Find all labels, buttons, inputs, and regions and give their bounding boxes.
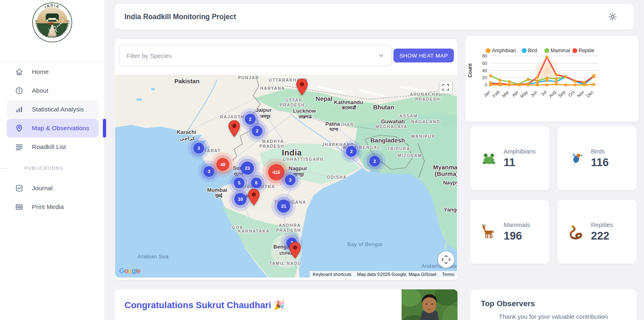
map-label: Lucknow [293, 108, 316, 114]
map-cluster-marker[interactable]: 6 [251, 178, 262, 188]
stat-label: Birds [591, 148, 609, 155]
sun-icon[interactable] [608, 12, 617, 22]
map-cluster-marker[interactable]: 2 [369, 156, 380, 167]
google-map[interactable]: PakistanNepalBhutanBangladeshIndiaMyanma… [115, 75, 457, 278]
section-divider [0, 168, 8, 169]
page-title: India Roadkill Monitoring Project [124, 13, 236, 21]
fullscreen-button[interactable] [440, 81, 452, 93]
map-label: GOA [232, 225, 243, 230]
map-label: ODISHA [326, 175, 346, 180]
map-pin-marker[interactable] [228, 120, 241, 139]
map-label: PUNJAB [238, 75, 259, 80]
sidebar-item-label: About [32, 87, 49, 94]
map-label: MIZORAM [398, 153, 422, 158]
map-label: HARYANA [260, 86, 285, 91]
svg-text:Dec: Dec [585, 89, 595, 99]
keyboard-shortcuts-link[interactable]: Keyboard shortcuts [310, 271, 354, 278]
google-logo-letter: g [132, 267, 135, 275]
svg-text:Feb: Feb [492, 89, 501, 98]
sidebar-item-journal[interactable]: Journal [7, 179, 99, 198]
map-cluster-marker[interactable]: 3 [193, 143, 204, 153]
map-label: मुंबई [215, 193, 222, 198]
map-cluster-marker[interactable]: 3 [204, 166, 214, 177]
svg-text:Reptile: Reptile [578, 48, 594, 53]
sidebar-item-print-media[interactable]: Print Media [7, 198, 99, 216]
map-label: TRIPURA [387, 146, 410, 151]
pan-control-button[interactable] [438, 251, 454, 268]
map-cluster-marker[interactable]: 2 [252, 126, 262, 136]
map-label: TAMIL NADU [269, 261, 301, 266]
svg-text:Bird: Bird [528, 48, 537, 53]
map-label: Arabian Sea [138, 253, 169, 260]
map-pin-marker[interactable] [289, 241, 302, 261]
observer-photo [402, 289, 457, 320]
map-pin-marker[interactable] [295, 78, 309, 98]
map-label: Guwahati [381, 118, 405, 124]
species-filter-select[interactable]: Filter by Species [119, 45, 392, 66]
frog-icon [481, 150, 497, 167]
stat-value: 222 [591, 230, 613, 242]
congratulations-title: Congratulations Sukrut Chaudhari 🎉 [124, 300, 285, 311]
svg-text:Mar: Mar [501, 89, 510, 98]
stat-label: Reptiles [591, 221, 613, 228]
stat-card-reptiles: Reptiles 222 [557, 200, 637, 264]
map-cluster-marker[interactable]: 5 [234, 178, 244, 188]
svg-text:Oct: Oct [567, 89, 576, 98]
top-observers-subtitle: Thank you for your valuable contribution [470, 313, 637, 320]
svg-text:Aug: Aug [548, 89, 557, 98]
google-logo-letter: e [137, 267, 140, 275]
terms-link[interactable]: Terms [439, 271, 457, 278]
sidebar-item-roadkill-list[interactable]: Roadkill List [7, 138, 99, 156]
map-label: PRADESH [276, 228, 301, 233]
map-label: Bay of Bengal [347, 241, 382, 247]
species-filter-placeholder: Filter by Species [127, 52, 172, 59]
map-cluster-marker[interactable]: 3 [285, 175, 295, 185]
map-label: काठमाडौँ [342, 105, 356, 111]
sidebar-item-home[interactable]: Home [7, 62, 99, 81]
home-icon [15, 68, 23, 76]
map-label: ANDHRA [279, 223, 301, 228]
map-cluster-marker[interactable]: 21 [277, 200, 290, 213]
active-nav-indicator [103, 119, 106, 138]
sidebar-item-about[interactable]: About [7, 81, 99, 100]
sidebar-item-label: Home [32, 68, 49, 76]
map-label: ASSAM [400, 113, 418, 118]
monthly-count-chart-card: 020406080CountJanFebMarAprMayJunJulAugSe… [465, 36, 639, 122]
map-label: ARUNACHAL [410, 92, 442, 97]
map-label: पटना [329, 127, 338, 132]
svg-text:60: 60 [482, 61, 487, 66]
sidebar-divider [0, 61, 104, 62]
map-cluster-marker[interactable]: 23 [241, 162, 254, 175]
map-pin-icon [15, 124, 23, 132]
sidebar-item-label: Journal [32, 184, 53, 192]
info-icon [15, 87, 23, 95]
svg-text:0: 0 [485, 82, 487, 87]
top-observers-title: Top Observers [481, 299, 535, 308]
stat-value: 196 [504, 230, 530, 242]
map-label: Patna [325, 121, 340, 127]
map-cluster-marker[interactable]: 415 [268, 164, 284, 180]
google-logo-letter: G [119, 267, 124, 275]
svg-text:Nov: Nov [576, 89, 585, 99]
stat-card-amphibians: Amphibians 11 [470, 127, 549, 190]
sidebar-item-statistical-analysis[interactable]: Statistical Analysis [7, 100, 99, 119]
map-label: (Burma) [435, 170, 457, 177]
sidebar-item-map-observations[interactable]: Map & Observations [7, 119, 99, 138]
map-label: MANIPUR [411, 134, 435, 139]
map-attribution: Keyboard shortcuts Map data ©2025 Google… [310, 271, 457, 278]
map-label: KARNATAKA [238, 229, 270, 233]
map-cluster-marker[interactable]: 2 [346, 146, 357, 157]
map-label: Nagpur [289, 165, 307, 171]
project-logo: INDIA ROADKILL MONITORING PROJECT [32, 1, 73, 43]
map-label: Kathmandu [334, 99, 363, 105]
map-cluster-marker[interactable]: 2 [245, 114, 255, 124]
map-cluster-marker[interactable]: 40 [216, 158, 229, 171]
fullscreen-icon [442, 84, 449, 91]
monthly-count-chart: 020406080CountJanFebMarAprMayJunJulAugSe… [465, 36, 639, 122]
show-heat-map-button[interactable]: SHOW HEAT MAP [393, 49, 454, 62]
map-cluster-marker[interactable]: 10 [234, 193, 246, 205]
map-pin-marker[interactable] [247, 188, 260, 208]
map-label: UTTAR [285, 98, 302, 102]
sidebar-item-label: Statistical Analysis [32, 106, 84, 113]
stat-label: Mammals [504, 221, 530, 228]
